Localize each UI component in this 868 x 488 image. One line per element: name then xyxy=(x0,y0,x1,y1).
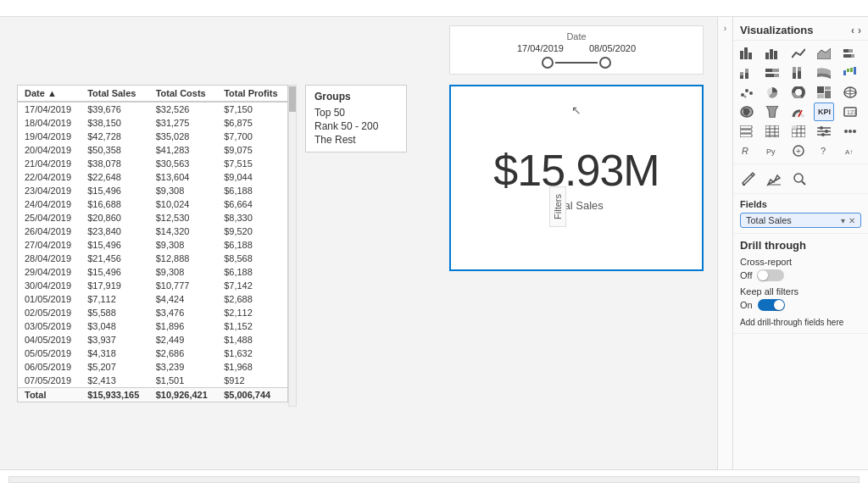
svg-point-66 xyxy=(821,133,825,136)
format-tool-icon[interactable] xyxy=(737,168,760,190)
col-header-profits[interactable]: Total Profits xyxy=(217,86,287,102)
funnel-icon[interactable] xyxy=(762,103,782,121)
slider-track[interactable] xyxy=(459,57,694,69)
group-item[interactable]: The Rest xyxy=(314,133,398,147)
treemap-icon[interactable] xyxy=(814,83,834,102)
table-row: 29/04/2019$15,496$9,308$6,188 xyxy=(18,265,287,279)
svg-rect-19 xyxy=(793,67,796,73)
analytics-tool-icon[interactable] xyxy=(762,168,786,190)
kpi-icon[interactable]: KPI xyxy=(814,103,834,121)
svg-rect-13 xyxy=(745,69,748,73)
100pct-bar-icon[interactable] xyxy=(762,64,782,82)
python-visual-icon[interactable]: Py xyxy=(762,141,782,160)
total-profits: $5,006,744 xyxy=(217,388,287,402)
map-icon[interactable] xyxy=(840,83,860,102)
group-item[interactable]: Rank 50 - 200 xyxy=(314,119,398,133)
field-dropdown-icon[interactable]: ▾ xyxy=(841,216,845,225)
custom-visual-icon[interactable]: + xyxy=(788,141,809,160)
svg-rect-48 xyxy=(740,134,752,137)
svg-rect-22 xyxy=(798,71,801,79)
pie-icon[interactable] xyxy=(762,83,782,102)
r-visual-icon[interactable]: R xyxy=(737,141,757,160)
end-date: 08/05/2020 xyxy=(589,43,636,53)
ribbon-icon[interactable] xyxy=(814,64,834,82)
svg-text:?: ? xyxy=(821,146,826,156)
field-pill-total-sales[interactable]: Total Sales ▾ ✕ xyxy=(740,213,861,228)
prev-arrow-icon[interactable]: ‹ xyxy=(851,25,854,36)
svg-point-30 xyxy=(744,96,747,98)
waterfall-icon[interactable] xyxy=(840,64,860,82)
table-scrollbar[interactable] xyxy=(288,85,297,407)
donut-icon[interactable] xyxy=(788,83,809,102)
table-row: 01/05/2019$7,112$4,424$2,688 xyxy=(18,292,287,306)
100pct-col-icon[interactable] xyxy=(788,64,809,82)
groups-panel: Groups Top 50Rank 50 - 200The Rest xyxy=(305,85,407,152)
field-pill-label: Total Sales xyxy=(746,215,792,225)
bar-chart-icon[interactable] xyxy=(737,44,757,63)
col-header-date[interactable]: Date ▲ xyxy=(18,86,81,102)
filters-tab[interactable]: Filters xyxy=(549,186,566,227)
search-tool-icon[interactable] xyxy=(787,168,811,190)
multirow-card-icon[interactable] xyxy=(737,122,757,141)
keep-filters-option: Keep all filters On xyxy=(740,286,861,311)
slider-left-handle[interactable] xyxy=(542,57,554,69)
matrix-icon[interactable] xyxy=(788,122,809,141)
more-visuals-icon[interactable] xyxy=(840,122,860,141)
cross-report-toggle[interactable] xyxy=(757,269,784,281)
bottom-bar xyxy=(0,469,868,488)
line-chart-icon[interactable] xyxy=(788,44,809,63)
col-header-sales[interactable]: Total Sales xyxy=(81,86,149,102)
area-chart-icon[interactable] xyxy=(814,44,834,63)
svg-text:Py: Py xyxy=(766,147,776,156)
cross-report-toggle-text: Off xyxy=(740,270,752,280)
drill-through-title: Drill through xyxy=(740,239,861,252)
svg-text:123: 123 xyxy=(847,109,857,115)
slider-line xyxy=(555,62,598,64)
svg-point-64 xyxy=(820,126,823,130)
svg-rect-12 xyxy=(740,75,743,79)
slicer-icon[interactable] xyxy=(814,122,834,141)
table-row: 25/04/2019$20,860$12,530$8,330 xyxy=(18,211,287,225)
collapse-arrow-icon: › xyxy=(724,24,726,33)
svg-point-69 xyxy=(853,130,856,133)
smart-narrative-icon[interactable]: A↑ xyxy=(840,141,860,160)
table-row: 24/04/2019$16,688$10,024$6,664 xyxy=(18,197,287,211)
svg-point-28 xyxy=(745,89,748,92)
svg-rect-24 xyxy=(847,69,849,72)
viz-icons-grid: KPI 123 R xyxy=(733,41,868,164)
slider-right-handle[interactable] xyxy=(599,57,611,69)
table-row: 22/04/2019$22,648$13,604$9,044 xyxy=(18,170,287,184)
col-header-costs[interactable]: Total Costs xyxy=(149,86,218,102)
bottom-scrollbar[interactable] xyxy=(8,476,860,483)
table-icon[interactable] xyxy=(762,122,782,141)
table-row: 04/05/2019$3,937$2,449$1,488 xyxy=(18,333,287,347)
svg-line-81 xyxy=(802,181,805,185)
next-arrow-icon[interactable]: › xyxy=(858,25,861,36)
sidebar-collapse-button[interactable]: › xyxy=(717,17,732,469)
add-drillthrough-button[interactable]: Add drill-through fields here xyxy=(740,318,843,327)
group-item[interactable]: Top 50 xyxy=(314,106,398,119)
fields-section: Fields Total Sales ▾ ✕ xyxy=(733,194,868,234)
qna-icon[interactable]: ? xyxy=(814,141,834,160)
field-remove-icon[interactable]: ✕ xyxy=(849,216,855,225)
scatter-icon[interactable] xyxy=(737,83,757,102)
gauge-icon[interactable] xyxy=(788,103,809,121)
svg-marker-41 xyxy=(766,106,778,118)
svg-rect-35 xyxy=(825,86,831,90)
data-table-panel: Date ▲ Total Sales Total Costs Total Pro… xyxy=(17,85,288,402)
scroll-thumb[interactable] xyxy=(289,86,296,112)
stacked-bar-icon[interactable] xyxy=(840,44,860,63)
cursor-indicator: ↖ xyxy=(571,103,581,117)
cross-report-label: Cross-report xyxy=(740,257,861,267)
svg-point-27 xyxy=(741,93,744,97)
column-chart-icon[interactable] xyxy=(762,44,782,63)
stacked-col-icon[interactable] xyxy=(737,64,757,82)
svg-line-76 xyxy=(751,175,753,176)
total-costs: $10,926,421 xyxy=(149,388,218,402)
visualizations-header: Visualizations ‹ › xyxy=(733,17,868,41)
card-icon[interactable]: 123 xyxy=(840,103,860,121)
svg-rect-47 xyxy=(740,130,752,133)
date-slicer[interactable]: Date 17/04/2019 08/05/2020 xyxy=(449,25,704,75)
keep-filters-toggle[interactable] xyxy=(758,299,785,311)
filled-map-icon[interactable] xyxy=(737,103,757,121)
